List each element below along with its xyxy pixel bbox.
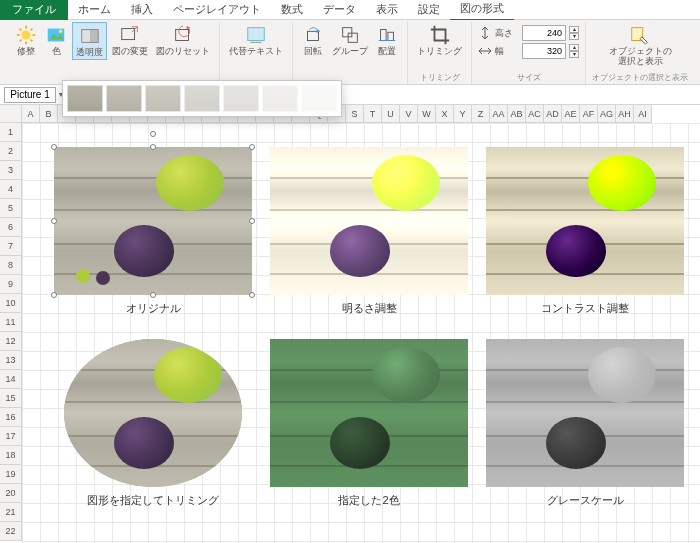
trans-65[interactable]: [223, 85, 259, 112]
row-2[interactable]: 2: [0, 142, 22, 161]
col-AF[interactable]: AF: [580, 105, 598, 123]
col-AG[interactable]: AG: [598, 105, 616, 123]
crop-label: トリミング: [417, 47, 462, 56]
col-B[interactable]: B: [40, 105, 58, 123]
col-AD[interactable]: AD: [544, 105, 562, 123]
height-up[interactable]: ▴: [569, 26, 579, 33]
row-13[interactable]: 13: [0, 351, 22, 370]
row-8[interactable]: 8: [0, 256, 22, 275]
row-4[interactable]: 4: [0, 180, 22, 199]
col-AC[interactable]: AC: [526, 105, 544, 123]
transparency-label: 透明度: [76, 48, 103, 57]
reset-label: 図のリセット: [156, 47, 210, 56]
row-15[interactable]: 15: [0, 389, 22, 408]
svg-rect-15: [122, 29, 135, 40]
tab-formula[interactable]: 数式: [271, 0, 313, 20]
file-tab[interactable]: ファイル: [0, 0, 68, 20]
picture-contrast[interactable]: [486, 147, 684, 295]
row-3[interactable]: 3: [0, 161, 22, 180]
height-down[interactable]: ▾: [569, 33, 579, 40]
col-V[interactable]: V: [400, 105, 418, 123]
height-icon: [478, 26, 492, 40]
group-button[interactable]: グループ: [329, 22, 371, 58]
picture-original[interactable]: [54, 147, 252, 295]
row-17[interactable]: 17: [0, 427, 22, 446]
selection-pane-l2: 選択と表示: [618, 57, 663, 66]
row-10[interactable]: 10: [0, 294, 22, 313]
size-group-label: サイズ: [517, 72, 541, 84]
trans-95[interactable]: [301, 85, 337, 112]
label-crop-shape: 図形を指定してトリミング: [54, 493, 252, 508]
picture-grayscale[interactable]: [486, 339, 684, 487]
svg-rect-23: [348, 33, 357, 42]
name-box[interactable]: [4, 87, 56, 103]
row-14[interactable]: 14: [0, 370, 22, 389]
row-21[interactable]: 21: [0, 503, 22, 522]
selection-pane-button[interactable]: オブジェクトの選択と表示: [606, 22, 675, 69]
height-label: 高さ: [495, 27, 519, 40]
trans-50[interactable]: [184, 85, 220, 112]
tab-home[interactable]: ホーム: [68, 0, 121, 20]
transparency-button[interactable]: 透明度: [72, 22, 107, 60]
tab-view[interactable]: 表示: [366, 0, 408, 20]
row-1[interactable]: 1: [0, 123, 22, 142]
width-up[interactable]: ▴: [569, 44, 579, 51]
rotate-button[interactable]: 回転: [299, 22, 327, 58]
align-label: 配置: [378, 47, 396, 56]
trans-15[interactable]: [106, 85, 142, 112]
col-AA[interactable]: AA: [490, 105, 508, 123]
col-X[interactable]: X: [436, 105, 454, 123]
row-9[interactable]: 9: [0, 275, 22, 294]
trans-80[interactable]: [262, 85, 298, 112]
row-22[interactable]: 22: [0, 522, 22, 541]
change-picture-button[interactable]: 図の変更: [109, 22, 151, 58]
reset-picture-button[interactable]: 図のリセット: [153, 22, 213, 58]
alt-text-button[interactable]: 代替テキスト: [226, 22, 286, 58]
picture-brightness[interactable]: [270, 147, 468, 295]
width-input[interactable]: [522, 43, 566, 59]
color-button[interactable]: 色: [42, 22, 70, 58]
picture-duotone[interactable]: [270, 339, 468, 487]
col-AI[interactable]: AI: [634, 105, 652, 123]
row-20[interactable]: 20: [0, 484, 22, 503]
align-button[interactable]: 配置: [373, 22, 401, 58]
tab-pagelayout[interactable]: ページレイアウト: [163, 0, 271, 20]
trans-0[interactable]: [67, 85, 103, 112]
row-12[interactable]: 12: [0, 332, 22, 351]
row-19[interactable]: 19: [0, 465, 22, 484]
label-grayscale: グレースケール: [486, 493, 684, 508]
picture-crop-shape[interactable]: [64, 339, 242, 487]
color-label: 色: [52, 47, 61, 56]
col-S[interactable]: S: [346, 105, 364, 123]
col-W[interactable]: W: [418, 105, 436, 123]
col-U[interactable]: U: [382, 105, 400, 123]
tab-settings[interactable]: 設定: [408, 0, 450, 20]
obj-group-label: オブジェクトの選択と表示: [592, 72, 688, 84]
corrections-button[interactable]: 修整: [12, 22, 40, 58]
label-original: オリジナル: [54, 301, 252, 316]
row-11[interactable]: 11: [0, 313, 22, 332]
col-Z[interactable]: Z: [472, 105, 490, 123]
trans-30[interactable]: [145, 85, 181, 112]
crop-button[interactable]: トリミング: [414, 22, 465, 58]
col-Y[interactable]: Y: [454, 105, 472, 123]
width-down[interactable]: ▾: [569, 51, 579, 58]
row-7[interactable]: 7: [0, 237, 22, 256]
col-AE[interactable]: AE: [562, 105, 580, 123]
row-18[interactable]: 18: [0, 446, 22, 465]
col-AB[interactable]: AB: [508, 105, 526, 123]
svg-point-11: [59, 30, 63, 34]
tab-picture-format[interactable]: 図の形式: [450, 0, 514, 21]
select-all-corner[interactable]: [0, 105, 22, 123]
col-T[interactable]: T: [364, 105, 382, 123]
col-AH[interactable]: AH: [616, 105, 634, 123]
row-6[interactable]: 6: [0, 218, 22, 237]
col-A[interactable]: A: [22, 105, 40, 123]
tab-data[interactable]: データ: [313, 0, 366, 20]
width-icon: [478, 44, 492, 58]
row-5[interactable]: 5: [0, 199, 22, 218]
row-16[interactable]: 16: [0, 408, 22, 427]
tab-insert[interactable]: 挿入: [121, 0, 163, 20]
svg-rect-13: [81, 30, 89, 43]
height-input[interactable]: [522, 25, 566, 41]
